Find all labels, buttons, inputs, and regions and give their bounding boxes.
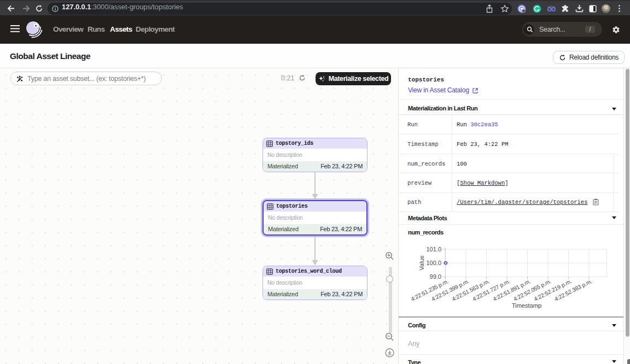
svg-text:Timestamp: Timestamp <box>512 302 542 309</box>
svg-text:101.0: 101.0 <box>426 246 441 253</box>
svg-text:Value: Value <box>418 255 425 270</box>
svg-text:99.0: 99.0 <box>430 273 441 280</box>
svg-text:100.0: 100.0 <box>426 260 441 266</box>
